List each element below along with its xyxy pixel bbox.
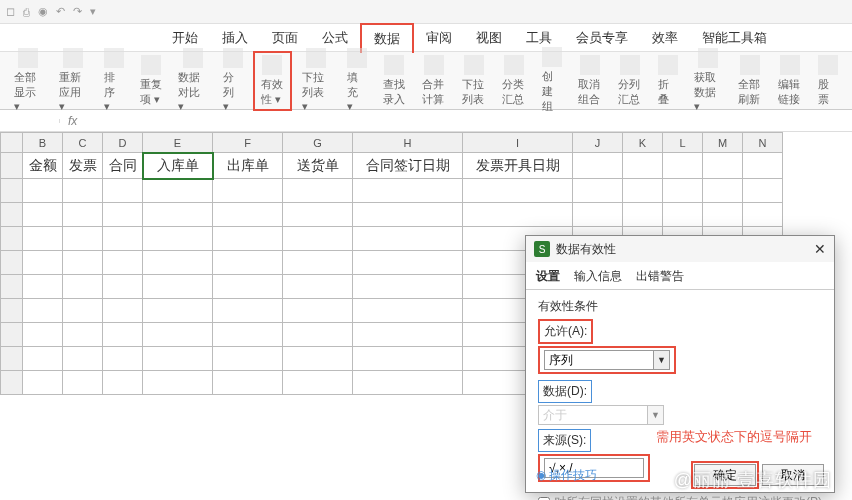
cell[interactable] — [213, 251, 283, 275]
ribbon-查找录入[interactable]: 查找录入 — [377, 55, 413, 107]
cell[interactable] — [353, 323, 463, 347]
col-header[interactable]: E — [143, 133, 213, 153]
cell[interactable] — [143, 203, 213, 227]
cell[interactable] — [283, 275, 353, 299]
ribbon-获取数据[interactable]: 获取数据 ▾ — [688, 48, 729, 113]
cell[interactable] — [63, 347, 103, 371]
cell[interactable] — [23, 299, 63, 323]
ribbon-排序[interactable]: 排序 ▾ — [98, 48, 130, 113]
cell[interactable] — [353, 251, 463, 275]
header-cell[interactable] — [573, 153, 623, 179]
dialog-tab[interactable]: 输入信息 — [574, 268, 622, 289]
header-cell[interactable]: 送货单 — [283, 153, 353, 179]
header-cell[interactable] — [663, 153, 703, 179]
ribbon-创建组[interactable]: 创建组 — [536, 47, 568, 114]
header-cell[interactable] — [623, 153, 663, 179]
ribbon-下拉列表[interactable]: 下拉列表 ▾ — [296, 48, 337, 113]
cell[interactable] — [623, 179, 663, 203]
menu-效率[interactable]: 效率 — [640, 24, 690, 52]
apply-all-checkbox[interactable]: 对所有同样设置的其他所有单元格应用这些更改(P) — [538, 494, 822, 500]
header-cell[interactable]: 合同 — [103, 153, 143, 179]
ribbon-分类汇总[interactable]: 分类汇总 — [496, 55, 532, 107]
cell[interactable] — [103, 347, 143, 371]
cell[interactable] — [663, 203, 703, 227]
header-cell[interactable]: 发票开具日期 — [463, 153, 573, 179]
qat-icon[interactable]: ◉ — [38, 5, 48, 18]
cell[interactable] — [663, 179, 703, 203]
cell[interactable] — [213, 299, 283, 323]
cell[interactable] — [63, 275, 103, 299]
col-header[interactable]: C — [63, 133, 103, 153]
ribbon-折叠[interactable]: 折叠 — [652, 55, 684, 107]
col-header[interactable]: F — [213, 133, 283, 153]
cell[interactable] — [23, 275, 63, 299]
row-header[interactable] — [1, 371, 23, 395]
cell[interactable] — [283, 371, 353, 395]
cell[interactable] — [283, 227, 353, 251]
cell[interactable] — [283, 203, 353, 227]
cell[interactable] — [103, 371, 143, 395]
cell[interactable] — [143, 347, 213, 371]
ribbon-数据对比[interactable]: 数据对比 ▾ — [172, 48, 213, 113]
col-header[interactable]: K — [623, 133, 663, 153]
menu-视图[interactable]: 视图 — [464, 24, 514, 52]
cell[interactable] — [353, 299, 463, 323]
ribbon-股票[interactable]: 股票 — [812, 55, 844, 107]
ribbon-有效性[interactable]: 有效性 ▾ — [253, 51, 292, 111]
row-header[interactable] — [1, 227, 23, 251]
cell[interactable] — [353, 371, 463, 395]
header-cell[interactable]: 金额 — [23, 153, 63, 179]
ribbon-填充[interactable]: 填充 ▾ — [341, 48, 373, 113]
col-header[interactable]: H — [353, 133, 463, 153]
col-header[interactable]: D — [103, 133, 143, 153]
cell[interactable] — [743, 179, 783, 203]
ribbon-下拉列表[interactable]: 下拉列表 — [456, 55, 492, 107]
cell[interactable] — [463, 179, 573, 203]
cell[interactable] — [23, 203, 63, 227]
header-cell[interactable]: 出库单 — [213, 153, 283, 179]
cell[interactable] — [23, 371, 63, 395]
row-header[interactable] — [1, 275, 23, 299]
row-header[interactable] — [1, 203, 23, 227]
cell[interactable] — [63, 251, 103, 275]
cell[interactable] — [743, 203, 783, 227]
cell[interactable] — [103, 323, 143, 347]
row-header[interactable] — [1, 179, 23, 203]
ribbon-全部显示[interactable]: 全部显示 ▾ — [8, 48, 49, 113]
cell[interactable] — [353, 203, 463, 227]
cell[interactable] — [283, 323, 353, 347]
cell[interactable] — [63, 299, 103, 323]
chevron-down-icon[interactable]: ▼ — [654, 350, 670, 370]
cell[interactable] — [143, 251, 213, 275]
col-header[interactable]: M — [703, 133, 743, 153]
cell[interactable] — [143, 323, 213, 347]
ribbon-分列汇总[interactable]: 分列汇总 — [612, 55, 648, 107]
cell[interactable] — [703, 179, 743, 203]
cell[interactable] — [213, 323, 283, 347]
cell[interactable] — [23, 323, 63, 347]
cell[interactable] — [103, 179, 143, 203]
cell[interactable] — [63, 371, 103, 395]
cell[interactable] — [143, 179, 213, 203]
cell[interactable] — [63, 179, 103, 203]
col-header[interactable]: L — [663, 133, 703, 153]
header-cell[interactable] — [703, 153, 743, 179]
cell[interactable] — [623, 203, 663, 227]
cell[interactable] — [63, 323, 103, 347]
cell[interactable] — [463, 203, 573, 227]
dialog-tab[interactable]: 出错警告 — [636, 268, 684, 289]
tips-link[interactable]: ◉ 操作技巧 — [536, 467, 597, 484]
cell[interactable] — [23, 347, 63, 371]
row-header[interactable] — [1, 251, 23, 275]
ribbon-分列[interactable]: 分列 ▾ — [217, 48, 249, 113]
qat-icon[interactable]: ◻ — [6, 5, 15, 18]
col-header[interactable]: G — [283, 133, 353, 153]
cell[interactable] — [23, 227, 63, 251]
cell[interactable] — [573, 203, 623, 227]
ribbon-重复项[interactable]: 重复项 ▾ — [134, 55, 169, 107]
data-dropdown[interactable]: ▼ — [538, 405, 822, 425]
allow-dropdown[interactable]: ▼ — [544, 350, 670, 370]
ribbon-重新应用[interactable]: 重新应用 ▾ — [53, 48, 94, 113]
dialog-tab[interactable]: 设置 — [536, 268, 560, 289]
cell[interactable] — [353, 275, 463, 299]
